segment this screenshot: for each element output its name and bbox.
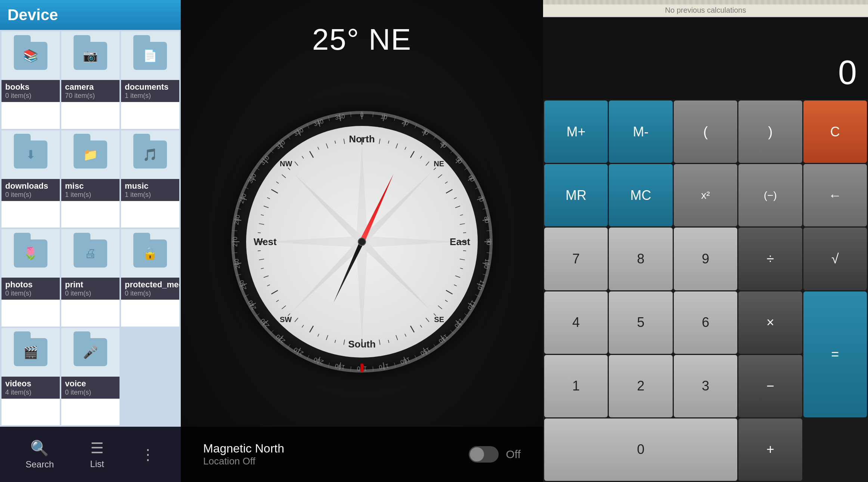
svg-line-66 xyxy=(264,206,269,208)
calc-tape: No previous calculations xyxy=(543,0,868,17)
svg-line-78 xyxy=(344,139,344,144)
file-item-protected_media[interactable]: 🔒 protected_media 0 item(s) xyxy=(121,229,179,327)
btn-3[interactable]: 3 xyxy=(674,355,737,417)
svg-line-51 xyxy=(302,325,304,328)
svg-line-77 xyxy=(335,141,336,144)
svg-line-33 xyxy=(445,300,448,302)
compass-face: North South East West NE SE SW NW xyxy=(246,126,478,358)
files-bottom-bar: 🔍 Search ☰ List ⋮ xyxy=(0,427,181,482)
file-item-print[interactable]: 🖨 print 0 item(s) xyxy=(61,229,120,327)
btn-6[interactable]: 6 xyxy=(674,291,737,354)
svg-line-22 xyxy=(455,206,460,208)
btn-equals[interactable]: = xyxy=(803,291,867,417)
btn-memory-recall[interactable]: MR xyxy=(544,164,608,226)
folder-icon: 📁 xyxy=(83,148,98,162)
btn-divide[interactable]: ÷ xyxy=(738,228,802,290)
file-name: photos xyxy=(5,280,56,290)
btn-subtract[interactable]: − xyxy=(738,355,802,417)
compass-info: Magnetic North Location Off xyxy=(203,442,284,467)
svg-line-60 xyxy=(259,259,264,260)
btn-memory-clear[interactable]: MC xyxy=(609,164,672,226)
folder-icon: 🎬 xyxy=(23,345,38,359)
file-label: documents 1 item(s) xyxy=(121,80,179,102)
file-item-music[interactable]: 🎵 music 1 item(s) xyxy=(121,130,179,228)
compass-panel: 25° NE North South East West NE SE SW NW xyxy=(181,0,543,482)
btn-multiply[interactable]: × xyxy=(738,291,802,354)
btn-add[interactable]: + xyxy=(738,418,802,481)
folder-icon: 📄 xyxy=(143,49,158,63)
svg-line-25 xyxy=(463,233,466,233)
search-button[interactable]: 🔍 Search xyxy=(25,439,54,470)
file-label: protected_media 0 item(s) xyxy=(121,278,179,300)
file-count: 0 item(s) xyxy=(5,290,56,297)
location-status: Location Off xyxy=(203,455,284,467)
btn-2[interactable]: 2 xyxy=(609,355,672,417)
svg-line-21 xyxy=(454,198,457,199)
more-button[interactable]: ⋮ xyxy=(140,446,155,463)
file-manager-panel: Device 📚 books 0 item(s) 📷 camera 70 ite… xyxy=(0,0,181,482)
file-item-downloads[interactable]: ⬇ downloads 0 item(s) xyxy=(1,130,60,228)
file-label: voice 0 item(s) xyxy=(61,377,120,399)
svg-line-13 xyxy=(405,147,406,149)
location-toggle[interactable] xyxy=(469,446,499,463)
btn-4[interactable]: 4 xyxy=(544,291,608,354)
toggle-knob xyxy=(470,447,484,461)
svg-line-15 xyxy=(420,156,422,159)
btn-paren-open[interactable]: ( xyxy=(674,101,737,163)
calc-display: 0 xyxy=(543,17,868,99)
file-icon-area: 📄 xyxy=(121,31,179,80)
svg-line-20 xyxy=(446,189,452,193)
file-icon-area: 🎤 xyxy=(61,328,120,377)
svg-line-41 xyxy=(388,340,389,343)
file-icon-area: 📷 xyxy=(61,31,120,80)
svg-line-17 xyxy=(434,168,436,170)
svg-line-29 xyxy=(460,268,463,269)
svg-line-58 xyxy=(264,276,269,278)
svg-line-68 xyxy=(272,189,278,193)
svg-line-70 xyxy=(282,174,286,178)
file-name: books xyxy=(5,82,56,92)
btn-square[interactable]: x² xyxy=(674,164,737,226)
btn-paren-close[interactable]: ) xyxy=(738,101,802,163)
file-count: 1 item(s) xyxy=(125,92,176,100)
svg-line-27 xyxy=(463,251,466,251)
btn-memory-plus[interactable]: M+ xyxy=(544,101,608,163)
file-count: 70 item(s) xyxy=(65,92,116,100)
svg-line-31 xyxy=(454,285,457,286)
svg-line-64 xyxy=(259,223,264,224)
btn-negate[interactable]: (−) xyxy=(738,164,802,226)
files-title: Device xyxy=(7,6,58,24)
file-item-photos[interactable]: 🌷 photos 0 item(s) xyxy=(1,229,60,327)
svg-line-37 xyxy=(420,325,422,328)
file-label: books 0 item(s) xyxy=(1,80,60,102)
svg-line-10 xyxy=(379,139,380,144)
file-item-documents[interactable]: 📄 documents 1 item(s) xyxy=(121,31,179,129)
svg-line-12 xyxy=(396,143,398,148)
svg-line-45 xyxy=(353,343,353,346)
svg-line-74 xyxy=(310,151,313,158)
folder-shape: 🎵 xyxy=(133,140,167,169)
btn-backspace[interactable]: ← xyxy=(803,164,867,226)
file-name: documents xyxy=(125,82,176,92)
svg-line-23 xyxy=(460,215,463,216)
calc-buttons: M+ M- ( ) C MR MC x² (−) ← 7 8 9 ÷ √ 4 5… xyxy=(543,99,868,482)
file-item-videos[interactable]: 🎬 videos 4 item(s) xyxy=(1,328,60,426)
folder-icon: 🌷 xyxy=(23,246,38,260)
btn-9[interactable]: 9 xyxy=(674,228,737,290)
list-button[interactable]: ☰ List xyxy=(90,439,104,469)
file-item-misc[interactable]: 📁 misc 1 item(s) xyxy=(61,130,120,228)
svg-line-75 xyxy=(318,147,319,149)
svg-line-50 xyxy=(310,326,313,332)
btn-sqrt[interactable]: √ xyxy=(803,228,867,290)
file-item-voice[interactable]: 🎤 voice 0 item(s) xyxy=(61,328,120,426)
btn-0[interactable]: 0 xyxy=(544,418,737,481)
btn-clear[interactable]: C xyxy=(803,101,867,163)
btn-8[interactable]: 8 xyxy=(609,228,672,290)
file-name: voice xyxy=(65,379,116,389)
file-item-books[interactable]: 📚 books 0 item(s) xyxy=(1,31,60,129)
btn-1[interactable]: 1 xyxy=(544,355,608,417)
btn-memory-minus[interactable]: M- xyxy=(609,101,672,163)
btn-7[interactable]: 7 xyxy=(544,228,608,290)
btn-5[interactable]: 5 xyxy=(609,291,672,354)
file-item-camera[interactable]: 📷 camera 70 item(s) xyxy=(61,31,120,129)
